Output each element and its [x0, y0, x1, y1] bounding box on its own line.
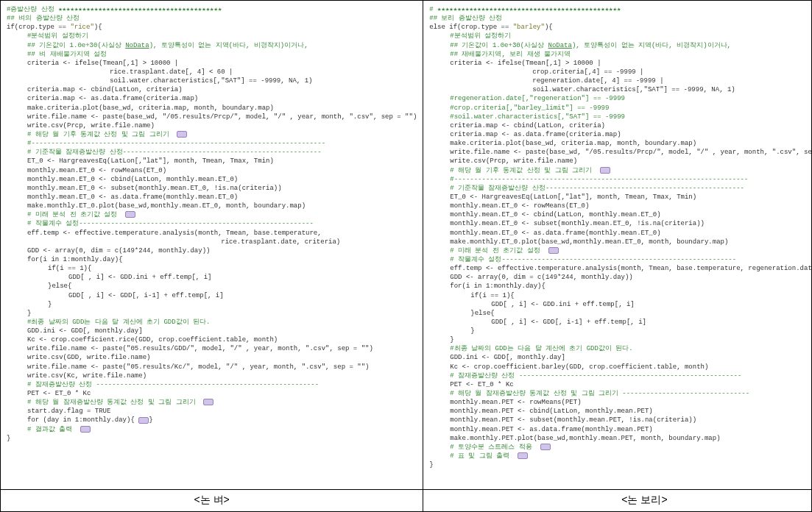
code-line: # 결과값 출력 [7, 425, 417, 434]
code-line: # 잠재증발산량 산정 ----------------------------… [7, 380, 417, 389]
code-line: PET <- ET_0 * Kc [7, 389, 417, 398]
nodata-token: NoData [548, 42, 572, 49]
code-line: # 작물계수 설정-------------------------------… [7, 219, 417, 228]
code-line: # 해당 월 잠재증발산량 통계값 산정 및 그림 그리기 [7, 398, 417, 407]
code-line: monthly.mean.PET <- as.data.frame(monthl… [429, 425, 812, 434]
code-line: #최종 날짜의 GDD는 다음 달 계산에 초기 GDD값이 된다. [7, 318, 417, 327]
fold-icon[interactable] [540, 444, 551, 450]
code-line: monthly.mean.ET_0 <- subset(monthly.mean… [429, 219, 812, 228]
fold-icon[interactable] [518, 452, 528, 459]
code-line: # 기준작물 잠재증발산량 산정------------------------… [429, 184, 812, 193]
code-line: write.csv(Prcp, write.file.name) [429, 157, 812, 166]
document-root: #증발산량 산정 ★★★★★★★★★★★★★★★★★★★★★★★★★★★★★★★… [0, 0, 812, 512]
code-line: regeneration.date[, 4] == -9999 | [429, 77, 812, 85]
code-line: #최종 날짜의 GDD는 다음 달 계산에 초기 GDD값이 된다. [429, 344, 812, 353]
code-line: monthly.mean.ET_0 <- as.data.frame(month… [7, 193, 417, 202]
caption-left: <논 벼> [1, 489, 423, 511]
code-line: Kc <- crop.coefficient.rice(GDD, crop.co… [7, 335, 417, 344]
code-line: start.day.flag = TRUE [7, 407, 417, 416]
code-line: write.file.name <- paste(base_wd, "/05.r… [7, 113, 417, 121]
code-line: if(crop.type == "rice"){ [7, 23, 417, 32]
code-line: #분석범위 설정하기 [429, 32, 812, 40]
code-line: #regeneration.date[,"regeneration"] == -… [429, 94, 812, 103]
code-line: #---------------------------------------… [429, 175, 812, 184]
code-line: for(i in 1:monthly.day){ [7, 255, 417, 264]
code-line: criteria.map <- as.data.frame(criteria.m… [7, 94, 417, 103]
fold-icon[interactable] [600, 167, 610, 174]
code-line: GDD.ini <- GDD[, monthly.day] [7, 327, 417, 335]
code-line: for(i in 1:monthly.day){ [429, 282, 812, 291]
code-line: criteria.map <- cbind(LatLon, criteria) [429, 121, 812, 130]
code-line: PET <- ET_0 * Kc [429, 380, 812, 389]
code-line: GDD.ini <- GDD[, monthly.day] [429, 353, 812, 362]
code-line: monthly.mean.ET_0 <- subset(monthly.mean… [7, 184, 417, 193]
code-line: monthly.mean.ET_0 <- as.data.frame(month… [429, 229, 812, 238]
code-line: GDD[ , i] <- GDD[, i-1] + eff.temp[, i] [429, 318, 812, 327]
code-line: soil.water.characteristics[,"SAT"] == -9… [7, 77, 417, 85]
code-line: # 해당 월 잠재증발산량 통계값 산정 및 그림 그리기 ----------… [429, 389, 812, 398]
code-line: ## 벼 재배불가지역 설정 [7, 50, 417, 59]
code-line: monthly.mean.PET <- subset(monthly.mean.… [429, 416, 812, 424]
code-line: # 해당 월 기후 통계값 산정 및 그림 그리기 [429, 166, 812, 175]
code-line: rice.trasplant.date[, 4] < 60 | [7, 68, 417, 77]
caption-right: <논 보리> [423, 489, 812, 511]
code-line: } [7, 300, 417, 309]
code-line: make.monthly.PET.plot(base_wd,monthly.me… [429, 434, 812, 443]
code-line: write.file.name <- paste(base_wd, "/05.r… [429, 148, 812, 157]
code-line: } [429, 335, 812, 344]
code-line: #crop.criteria[,"barley_limit"] == -9999 [429, 104, 812, 113]
code-line: ## 보리 증발산량 산정 [429, 14, 812, 23]
code-line: make.criteria.plot(base_wd, criteria.map… [429, 139, 812, 148]
fold-icon[interactable] [138, 417, 149, 424]
code-line: make.monthly.ET_0.plot(base_wd,monthly.m… [7, 202, 417, 210]
fold-icon[interactable] [125, 211, 135, 218]
code-line: crop.criteria[,4] == -9999 | [429, 68, 812, 77]
left-pane: #증발산량 산정 ★★★★★★★★★★★★★★★★★★★★★★★★★★★★★★★… [1, 1, 423, 511]
code-line: Kc <- crop.coefficient.barley(GDD, crop.… [429, 363, 812, 371]
code-line: criteria <- ifelse(Tmean[,1] > 10000 | [429, 59, 812, 68]
code-block-rice: #증발산량 산정 ★★★★★★★★★★★★★★★★★★★★★★★★★★★★★★★… [1, 1, 423, 489]
code-line: write.csv(Kc, write.file.name) [7, 371, 417, 380]
code-line: criteria <- ifelse(Tmean[,1] > 10000 | [7, 59, 417, 68]
code-line: #분석범위 설정하기 [7, 32, 417, 40]
code-line: } [7, 434, 417, 443]
right-pane: # ★★★★★★★★★★★★★★★★★★★★★★★★★★★★★★★★★★★★★★… [423, 1, 812, 511]
code-line: write.file.name <- paste("05.results/Kc/… [7, 363, 417, 371]
code-line: monthly.mean.ET_0 <- rowMeans(ET_0) [429, 202, 812, 210]
code-line: monthly.mean.ET_0 <- rowMeans(ET_0) [7, 166, 417, 175]
fold-icon[interactable] [548, 247, 559, 254]
code-line: #---------------------------------------… [7, 139, 417, 148]
code-line: # 미래 분석 전 초기값 설정 [429, 246, 812, 255]
fold-icon[interactable] [80, 426, 91, 433]
code-line: #증발산량 산정 ★★★★★★★★★★★★★★★★★★★★★★★★★★★★★★★… [7, 5, 417, 14]
fold-icon[interactable] [203, 399, 213, 405]
code-line: GDD[ , i] <- GDD.ini + eff.temp[, i] [429, 300, 812, 309]
code-line: } [7, 309, 417, 318]
code-line: } [429, 327, 812, 335]
code-line: write.csv(GDD, write.file.name) [7, 353, 417, 362]
code-line: criteria.map <- as.data.frame(criteria.m… [429, 130, 812, 139]
code-line: # 표 및 그림 출력 [429, 452, 812, 461]
code-line: make.monthly.ET_0.plot(base_wd,monthly.m… [429, 238, 812, 246]
fold-icon[interactable] [177, 131, 187, 138]
code-line: GDD[ , i] <- GDD.ini + eff.temp[, i] [7, 273, 417, 282]
code-line: if(i == 1){ [429, 291, 812, 300]
code-line: # 토양수분 스트레스 적용 [429, 443, 812, 452]
code-line: monthly.mean.ET_0 <- cbind(LatLon, month… [7, 175, 417, 184]
code-line: }else{ [7, 282, 417, 291]
code-line: # 기준작물 잠재증발산량 산정------------------------… [7, 148, 417, 157]
code-line: monthly.mean.ET_0 <- cbind(LatLon, month… [429, 210, 812, 219]
code-line: else if(crop.type == "barley"){ [429, 23, 812, 32]
code-line: ## 기온값이 1.0e+30(사실상 NoData), 토양특성이 없는 지역… [429, 41, 812, 50]
code-line: rice.trasplant.date, criteria) [7, 238, 417, 246]
code-line: ET_0 <- HargreavesEq(LatLon[,"lat"], mon… [7, 157, 417, 166]
code-line: make.criteria.plot(base_wd, criteria.map… [7, 104, 417, 113]
code-line: # 잠재증발산량 산정 ----------------------------… [429, 371, 812, 380]
code-line: GDD <- array(0, dim = c(149*244, monthly… [7, 246, 417, 255]
code-block-barley: # ★★★★★★★★★★★★★★★★★★★★★★★★★★★★★★★★★★★★★★… [423, 1, 812, 489]
code-line: soil.water.characteristics[,"SAT"] == -9… [429, 85, 812, 94]
code-line: for (day in 1:monthly.day){ } [7, 416, 417, 424]
code-line: write.file.name <- paste("05.results/GDD… [7, 344, 417, 353]
code-line: if(i == 1){ [7, 264, 417, 273]
code-line: # 작물계수 설정-------------------------------… [429, 255, 812, 264]
